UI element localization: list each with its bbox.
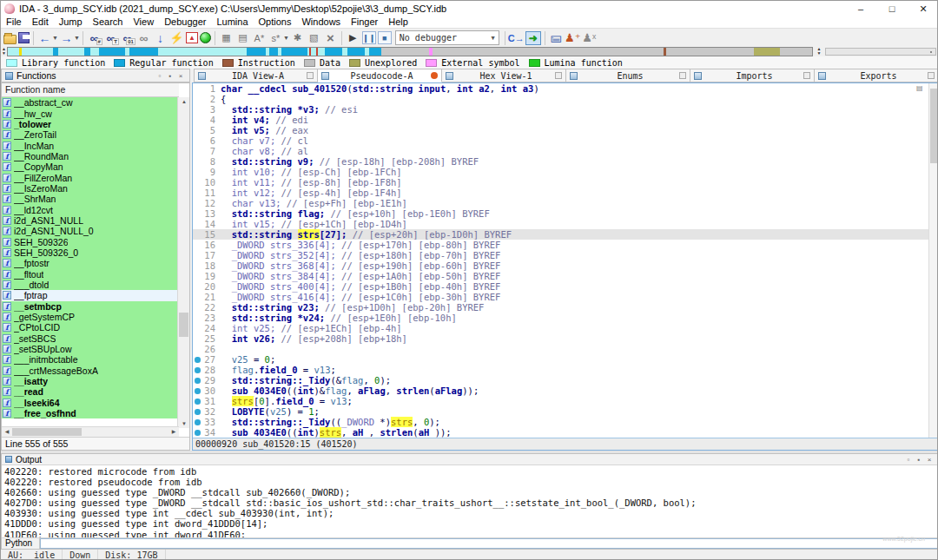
- code-line[interactable]: 23 std::string *v24; // [esp+1E0h] [ebp-…: [193, 313, 928, 323]
- function-row[interactable]: f___dtold: [2, 280, 179, 290]
- add-watch-icon[interactable]: ♟⁺: [565, 31, 580, 45]
- tab-pseudocode-a[interactable]: Pseudocode-A: [318, 69, 442, 82]
- close-button[interactable]: ✕: [908, 2, 938, 16]
- code-line[interactable]: 19 _DWORD strs_384[4]; // [esp+1A0h] [eb…: [193, 271, 928, 281]
- function-name-column-header[interactable]: Function name: [2, 83, 179, 97]
- vscroll-thumb[interactable]: [179, 313, 188, 337]
- pseudocode-view[interactable]: 1char __cdecl sub_401520(std::string inp…: [193, 83, 928, 438]
- code-line[interactable]: 17 _DWORD strs_352[4]; // [esp+180h] [eb…: [193, 250, 928, 260]
- code-line[interactable]: 13 std::string flag; // [esp+10h] [ebp-1…: [193, 208, 928, 219]
- minimize-button[interactable]: –: [845, 2, 876, 16]
- function-row[interactable]: f__ShrMan: [2, 194, 179, 204]
- function-row[interactable]: f__read: [2, 386, 179, 397]
- function-row[interactable]: f_getSystemCP: [2, 312, 179, 322]
- code-line[interactable]: 5 int v5; // eax: [193, 125, 928, 135]
- function-row[interactable]: fSEH_509326: [2, 236, 179, 247]
- code-line[interactable]: 21 _DWORD strs_416[4]; // [esp+1C0h] [eb…: [193, 292, 928, 302]
- code-line[interactable]: 18 _DWORD strs_368[4]; // [esp+190h] [eb…: [193, 260, 928, 271]
- tab-close-icon[interactable]: [679, 72, 686, 79]
- edit-function-icon[interactable]: ✱: [290, 31, 305, 45]
- code-line[interactable]: 33 std::string::_Tidy((_DWORD *)strs, 0)…: [193, 417, 928, 427]
- debugger-pause-icon[interactable]: ❙❙: [362, 31, 376, 44]
- function-row[interactable]: f__fptostr: [2, 258, 179, 268]
- function-row[interactable]: f__setmbcp: [2, 301, 179, 312]
- menu-item-jump[interactable]: Jump: [54, 16, 88, 28]
- code-line[interactable]: 34 sub_4034E0((int)strs, aH_, strlen(aH_…: [193, 427, 928, 438]
- search-immediate-icon[interactable]: ∞01: [120, 31, 135, 45]
- code-line[interactable]: 20 _DWORD strs_400[4]; // [esp+1B0h] [eb…: [193, 281, 928, 292]
- code-line[interactable]: 6 char v7; // cl: [193, 135, 928, 146]
- function-list[interactable]: f__abstract_cwf__hw_cwf_tolowerf__ZeroTa…: [2, 97, 179, 428]
- function-row[interactable]: f_setSBCS: [2, 333, 179, 344]
- save-file-icon[interactable]: [18, 32, 30, 43]
- navigate-forward-icon[interactable]: →: [59, 31, 74, 45]
- search-binary-icon[interactable]: ∞#: [87, 31, 102, 45]
- lumina-icon[interactable]: ⚡: [169, 31, 184, 45]
- code-line[interactable]: 16 _DWORD strs_336[4]; // [esp+170h] [eb…: [193, 240, 928, 250]
- hscroll-thumb[interactable]: [12, 428, 82, 436]
- function-row[interactable]: f__fptrap: [2, 290, 179, 300]
- code-line[interactable]: 1char __cdecl sub_401520(std::string inp…: [193, 83, 928, 94]
- output-panel-header[interactable]: Output ▫ ▪ ×: [2, 454, 938, 465]
- function-row[interactable]: f__CopyMan: [2, 161, 179, 172]
- function-row[interactable]: f__ld12cvt: [2, 204, 179, 214]
- open-file-icon[interactable]: [3, 35, 17, 44]
- scroll-up-icon[interactable]: ▲: [178, 97, 190, 106]
- function-row[interactable]: f__RoundMan: [2, 151, 179, 161]
- code-line[interactable]: 22 std::string v23; // [esp+1D0h] [ebp-2…: [193, 302, 928, 313]
- menu-item-windows[interactable]: Windows: [296, 16, 346, 28]
- debugger-selector[interactable]: No debugger▼: [395, 30, 499, 45]
- menu-item-lumina[interactable]: Lumina: [211, 16, 253, 28]
- code-line[interactable]: 15 std::string strs[27]; // [esp+20h] [e…: [193, 229, 928, 240]
- code-line[interactable]: 11 int v12; // [esp-4h] [ebp-1F4h]: [193, 188, 928, 198]
- function-row[interactable]: f__fltout: [2, 269, 179, 280]
- tab-ida-view-a[interactable]: IDA View-A: [194, 69, 318, 82]
- code-line[interactable]: 25 int v26; // [esp+208h] [ebp+18h]: [193, 333, 928, 344]
- delete-function-icon[interactable]: ×: [323, 31, 338, 45]
- code-line[interactable]: 10 int v11; // [esp-8h] [ebp-1F8h]: [193, 177, 928, 188]
- remove-watch-icon[interactable]: ♟ˣ: [582, 31, 597, 45]
- create-struct-icon[interactable]: ▤: [235, 31, 250, 45]
- code-line[interactable]: 9 int v10; // [esp-Ch] [ebp-1FCh]: [193, 167, 928, 177]
- function-row[interactable]: f__ZeroTail: [2, 129, 179, 140]
- function-row[interactable]: f_tolower: [2, 119, 179, 129]
- code-line[interactable]: 14 int v15; // [esp+1Ch] [ebp-1D4h]: [193, 219, 928, 229]
- function-row[interactable]: fSEH_509326_0: [2, 247, 179, 258]
- pseudocode-vscrollbar[interactable]: [928, 83, 938, 438]
- panel-close-icon[interactable]: ×: [924, 454, 935, 464]
- menu-item-view[interactable]: View: [128, 16, 159, 28]
- database-snapshot-icon[interactable]: 🖴: [549, 31, 564, 45]
- function-row[interactable]: f__FillZeroMan: [2, 172, 179, 182]
- code-line[interactable]: 30 sub_4034E0((int)&flag, aFlag, strlen(…: [193, 385, 928, 396]
- panel-pin-icon[interactable]: ▪: [165, 70, 175, 81]
- debugger-run-icon[interactable]: ▶: [346, 31, 360, 45]
- navband-scroll-arrows[interactable]: ▲▼: [1, 47, 7, 56]
- code-line[interactable]: 32 LOBYTE(v25) = 1;: [193, 406, 928, 417]
- navband-track[interactable]: [7, 47, 813, 56]
- code-line[interactable]: 4 int v4; // edi: [193, 115, 928, 125]
- scroll-right-icon[interactable]: ▶: [168, 427, 179, 437]
- tab-close-icon[interactable]: [803, 72, 810, 79]
- tab-exports[interactable]: Exports: [815, 69, 938, 82]
- menu-item-help[interactable]: Help: [383, 16, 413, 28]
- code-line[interactable]: 24 int v25; // [esp+1ECh] [ebp-4h]: [193, 323, 928, 333]
- function-row[interactable]: fi2d_ASN1_NULL_0: [2, 226, 179, 236]
- code-line[interactable]: 7 char v8; // al: [193, 146, 928, 156]
- jump-address-icon[interactable]: ↓: [153, 31, 168, 45]
- run-to-cursor-icon[interactable]: C→: [509, 31, 524, 45]
- functions-panel-header[interactable]: Functions ▫ ▪ ×: [1, 69, 190, 82]
- create-enum-icon[interactable]: ▦: [219, 31, 234, 45]
- function-list-hscrollbar[interactable]: ◀ ▶: [2, 426, 179, 437]
- tab-imports[interactable]: Imports: [690, 69, 815, 82]
- function-row[interactable]: f___crtMessageBoxA: [2, 366, 179, 376]
- output-log[interactable]: 402220: restored microcode from idb40222…: [2, 466, 938, 538]
- code-line[interactable]: 3 std::string *v3; // esi: [193, 104, 928, 115]
- search-text-icon[interactable]: ∞T: [103, 31, 118, 45]
- code-line[interactable]: 26: [193, 344, 928, 354]
- tab-close-icon[interactable]: [307, 72, 314, 79]
- function-list-vscrollbar[interactable]: ▲ ▼: [177, 97, 189, 428]
- function-row[interactable]: f_setSBUpLow: [2, 344, 179, 354]
- function-row[interactable]: f__free_osfhnd: [2, 408, 179, 418]
- panel-pin-icon[interactable]: ▪: [914, 454, 924, 464]
- chevron-down-icon[interactable]: ▼: [74, 35, 80, 41]
